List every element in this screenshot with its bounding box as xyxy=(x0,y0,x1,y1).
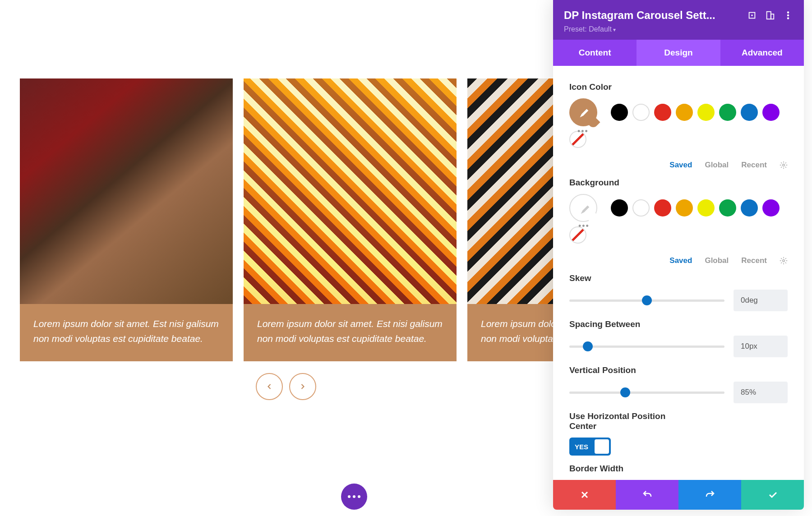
card-image xyxy=(244,78,457,304)
redo-button[interactable] xyxy=(678,480,741,510)
preset-dropdown[interactable]: Preset: Default xyxy=(564,25,793,33)
skew-input[interactable] xyxy=(734,290,788,311)
carousel: Lorem ipsum dolor sit amet. Est nisi gal… xyxy=(20,78,552,400)
gear-icon[interactable] xyxy=(780,257,788,265)
svg-point-6 xyxy=(788,18,789,19)
label-border-width: Border Width xyxy=(569,464,788,474)
prev-button[interactable] xyxy=(256,373,283,400)
redo-icon xyxy=(705,489,715,500)
swatch-white[interactable] xyxy=(632,199,650,217)
swatch-black[interactable] xyxy=(611,104,628,121)
svg-point-1 xyxy=(751,14,753,16)
label-icon-color: Icon Color xyxy=(569,82,788,92)
tab-content[interactable]: Content xyxy=(553,40,637,66)
color-tab-recent[interactable]: Recent xyxy=(741,256,767,265)
panel-tabs: Content Design Advanced xyxy=(553,40,804,66)
swatch-blue[interactable] xyxy=(741,199,758,217)
tab-advanced[interactable]: Advanced xyxy=(720,40,804,66)
carousel-cards: Lorem ipsum dolor sit amet. Est nisi gal… xyxy=(20,78,552,361)
save-button[interactable] xyxy=(741,480,804,510)
color-tab-saved[interactable]: Saved xyxy=(669,161,692,170)
toggle-knob xyxy=(595,439,609,454)
label-skew: Skew xyxy=(569,273,788,283)
color-picker-main[interactable]: ••• xyxy=(569,98,597,126)
gear-icon[interactable] xyxy=(780,161,788,169)
eyedropper-icon xyxy=(577,106,590,119)
svg-rect-2 xyxy=(767,12,771,19)
card-caption: Lorem ipsum dolor sit amet. Est nisi gal… xyxy=(20,304,233,361)
undo-button[interactable] xyxy=(616,480,678,510)
check-icon xyxy=(767,489,778,500)
swatch-purple[interactable] xyxy=(762,199,780,217)
chevron-left-icon xyxy=(265,382,274,391)
responsive-icon[interactable] xyxy=(765,10,775,20)
svg-rect-3 xyxy=(771,14,774,19)
color-tab-global[interactable]: Global xyxy=(705,161,729,170)
tab-design[interactable]: Design xyxy=(637,40,720,66)
picker-more-icon[interactable]: ••• xyxy=(578,221,590,231)
chevron-right-icon xyxy=(298,382,307,391)
horizontal-center-toggle[interactable]: YES xyxy=(569,438,611,456)
more-icon[interactable] xyxy=(783,10,793,20)
swatch-green[interactable] xyxy=(719,104,736,121)
label-horizontal-center: Use Horizontal Position Center xyxy=(569,411,687,431)
spacing-slider[interactable] xyxy=(569,346,724,348)
panel-header: DP Instagram Carousel Sett... Preset: De… xyxy=(553,0,804,40)
close-icon xyxy=(579,489,590,500)
swatch-red[interactable] xyxy=(654,199,671,217)
picker-more-icon[interactable]: ••• xyxy=(577,127,589,136)
swatch-yellow[interactable] xyxy=(697,199,715,217)
swatch-orange[interactable] xyxy=(676,104,693,121)
carousel-card[interactable]: Lorem ipsum dolor sit amet. Est nisi gal… xyxy=(20,78,233,361)
vpos-input[interactable] xyxy=(734,382,788,403)
cancel-button[interactable] xyxy=(553,480,616,510)
undo-icon xyxy=(642,489,653,500)
swatch-purple[interactable] xyxy=(762,104,780,121)
card-image xyxy=(20,78,233,304)
label-spacing: Spacing Between xyxy=(569,319,788,329)
panel-title: DP Instagram Carousel Sett... xyxy=(564,9,739,22)
svg-point-7 xyxy=(783,164,785,166)
swatch-yellow[interactable] xyxy=(697,104,715,121)
svg-point-4 xyxy=(788,12,789,13)
label-vertical-position: Vertical Position xyxy=(569,365,788,375)
next-button[interactable] xyxy=(289,373,316,400)
skew-slider[interactable] xyxy=(569,299,724,302)
carousel-card[interactable]: Lorem ipsum dolor sit amet. Est nisi gal… xyxy=(244,78,457,361)
label-background: Background xyxy=(569,178,788,188)
swatch-black[interactable] xyxy=(611,199,628,217)
swatch-white[interactable] xyxy=(632,104,650,121)
eyedropper-icon xyxy=(577,202,591,216)
svg-point-5 xyxy=(788,15,789,16)
spacing-input[interactable] xyxy=(734,336,788,357)
swatch-red[interactable] xyxy=(654,104,671,121)
card-caption: Lorem ipsum dolor sit amet. Est nisi gal… xyxy=(244,304,457,361)
floating-action-button[interactable] xyxy=(341,484,367,510)
color-tab-saved[interactable]: Saved xyxy=(669,256,692,265)
color-source-tabs: Saved Global Recent xyxy=(569,161,788,170)
swatch-blue[interactable] xyxy=(741,104,758,121)
carousel-nav xyxy=(20,373,552,400)
icon-color-row: ••• xyxy=(569,98,788,148)
swatch-green[interactable] xyxy=(719,199,736,217)
settings-panel: DP Instagram Carousel Sett... Preset: De… xyxy=(553,0,804,510)
color-tab-recent[interactable]: Recent xyxy=(741,161,767,170)
color-picker-main[interactable]: ••• xyxy=(569,194,597,222)
svg-point-8 xyxy=(783,260,785,262)
background-color-row: ••• xyxy=(569,194,788,244)
color-source-tabs: Saved Global Recent xyxy=(569,256,788,265)
color-tab-global[interactable]: Global xyxy=(705,256,729,265)
panel-footer xyxy=(553,480,804,510)
panel-body[interactable]: Icon Color ••• Saved Global Recent Backg… xyxy=(553,66,804,480)
toggle-yes-label: YES xyxy=(569,443,588,451)
swatch-orange[interactable] xyxy=(676,199,693,217)
expand-icon[interactable] xyxy=(747,10,757,20)
vpos-slider[interactable] xyxy=(569,392,724,394)
